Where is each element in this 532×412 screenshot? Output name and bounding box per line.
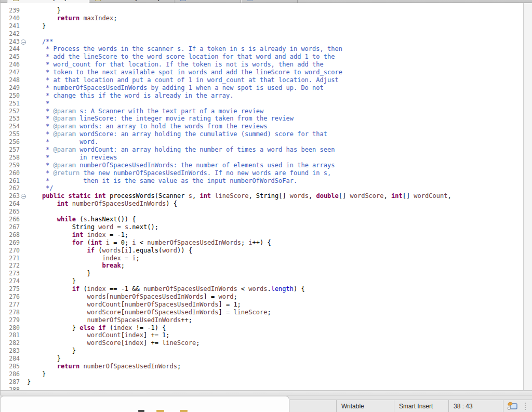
line-number: 264 xyxy=(3,200,20,208)
code-line[interactable]: 278 wordScore[numberOfSpacesUsedInWords]… xyxy=(1,309,523,316)
code-line[interactable]: 264 int numberOfSpacesUsedInWords) { xyxy=(1,200,523,208)
collapse-icon[interactable] xyxy=(21,39,26,45)
code-line[interactable]: 284 } xyxy=(1,355,523,363)
editor-presentation-icon[interactable] xyxy=(507,402,518,411)
cutoff-view-toolbar-icon[interactable] xyxy=(138,410,144,412)
code-line[interactable]: 245 * add the lineScore to the word_scor… xyxy=(1,53,523,61)
writable-label: Writable xyxy=(341,403,364,410)
close-icon[interactable]: ✕ xyxy=(80,0,84,1)
code-line[interactable]: 270 if (words[i].equals(word)) { xyxy=(1,247,523,255)
code-line[interactable]: 250 * change this if the word is already… xyxy=(1,92,523,100)
editor-tab[interactable]: JReviewAnalysisTest.java xyxy=(89,0,175,3)
bottom-view-panel[interactable] xyxy=(0,396,289,412)
tab-label: ReviewAnalysis.java xyxy=(21,0,76,1)
line-number: 287 xyxy=(3,378,20,386)
code-line[interactable]: 263 public static int processWords(Scann… xyxy=(1,192,523,200)
overview-ruler[interactable] xyxy=(523,3,532,390)
line-number: 256 xyxy=(3,138,20,146)
code-text: for (int i = 0; i < numberOfSpacesUsedIn… xyxy=(27,239,271,247)
code-line[interactable]: 286 } xyxy=(1,370,523,378)
code-line[interactable]: 268 int index = -1; xyxy=(1,231,523,239)
code-line[interactable]: 254 * @param words: an array to hold the… xyxy=(1,123,523,130)
code-line[interactable]: 244 * Process the words in the scanner s… xyxy=(1,45,523,53)
code-line[interactable]: 255 * @param wordScore: an array holding… xyxy=(1,130,523,138)
code-text: words[numberOfSpacesUsedInWords] = word; xyxy=(27,293,237,301)
status-writable: Writable xyxy=(336,400,394,412)
code-line[interactable]: 251 * xyxy=(1,100,523,108)
code-text: return maxIndex; xyxy=(27,15,117,22)
code-text: } xyxy=(27,370,46,378)
code-text: } xyxy=(27,378,31,386)
code-line[interactable]: 249 * numberOfSpacesUsedInWords by addin… xyxy=(1,84,523,92)
fold-column xyxy=(20,92,27,100)
line-number: 245 xyxy=(3,53,20,61)
code-line[interactable]: 285 return numberOfSpacesUsedInWords; xyxy=(1,363,523,370)
code-line[interactable]: 240 return maxIndex; xyxy=(1,15,523,22)
code-line[interactable]: 242 xyxy=(1,30,523,38)
line-number: 274 xyxy=(3,277,20,285)
code-lines[interactable]: 239 }240 return maxIndex;241 }242243 /**… xyxy=(1,7,523,390)
tab-label: testReview.txt xyxy=(255,0,292,1)
cutoff-view-toolbar-icon[interactable] xyxy=(180,410,188,412)
fold-column xyxy=(20,192,27,200)
collapse-icon[interactable] xyxy=(21,194,26,199)
code-line[interactable]: 256 * word. xyxy=(1,138,523,146)
code-line[interactable]: 281 wordCount[index] += 1; xyxy=(1,331,523,339)
code-line[interactable]: 272 break; xyxy=(1,262,523,270)
code-line[interactable]: 248 * at that location and put a count o… xyxy=(1,76,523,84)
code-line[interactable]: 276 words[numberOfSpacesUsedInWords] = w… xyxy=(1,293,523,301)
code-line[interactable]: 247 * token to the next available spot i… xyxy=(1,69,523,76)
code-text: numberOfSpacesUsedInWords++; xyxy=(27,316,192,324)
code-line[interactable]: 246 * word_count for that location. If t… xyxy=(1,61,523,69)
code-line[interactable]: 257 * @param wordCount: an array holding… xyxy=(1,146,523,154)
code-line[interactable]: 258 * in reviews xyxy=(1,154,523,162)
horizontal-scrollbar[interactable] xyxy=(1,390,532,395)
editor-tab[interactable]: testReview.txt xyxy=(241,0,298,3)
line-number: 269 xyxy=(3,239,20,247)
cutoff-view-toolbar-icon[interactable] xyxy=(156,410,164,412)
drag-handle-icon[interactable] xyxy=(525,403,526,410)
code-line[interactable]: 259 * @param numberOfSpacesUsedInWords: … xyxy=(1,162,523,169)
status-insert-mode[interactable]: Smart Insert xyxy=(394,400,448,412)
fold-column xyxy=(20,339,27,347)
code-line[interactable]: 277 wordCount[numberOfSpacesUsedInWords]… xyxy=(1,301,523,309)
code-text: } xyxy=(27,347,76,355)
code-line[interactable]: 275 if (index == -1 && numberOfSpacesUse… xyxy=(1,285,523,293)
code-line[interactable]: 262 */ xyxy=(1,184,523,192)
code-line[interactable]: 261 * then it is the same value as the i… xyxy=(1,177,523,185)
fold-column xyxy=(20,76,27,84)
code-line[interactable]: 287} xyxy=(1,378,523,386)
code-line[interactable]: 273 } xyxy=(1,270,523,277)
code-line[interactable]: 269 for (int i = 0; i < numberOfSpacesUs… xyxy=(1,239,523,247)
code-line[interactable]: 239 } xyxy=(1,7,523,15)
code-line[interactable]: 288 xyxy=(1,386,523,390)
code-line[interactable]: 241 } xyxy=(1,22,523,30)
line-number: 260 xyxy=(3,169,20,177)
code-line[interactable]: 280 } else if (index != -1) { xyxy=(1,324,523,332)
code-editor-area[interactable]: 239 }240 return maxIndex;241 }242243 /**… xyxy=(1,3,523,390)
code-line[interactable]: 279 numberOfSpacesUsedInWords++; xyxy=(1,316,523,324)
code-line[interactable]: 267 String word = s.next(); xyxy=(1,223,523,231)
code-line[interactable]: 252 * @param s: A Scanner with the text … xyxy=(1,108,523,115)
code-line[interactable]: 271 index = i; xyxy=(1,255,523,262)
editor-tab[interactable]: movieReviews.txt xyxy=(175,0,241,3)
code-line[interactable]: 243 /** xyxy=(1,38,523,46)
fold-column xyxy=(20,115,27,123)
code-line[interactable]: 274 } xyxy=(1,277,523,285)
line-number: 280 xyxy=(3,324,20,332)
fold-column xyxy=(20,216,27,223)
code-line[interactable]: 253 * @param lineScore: the integer movi… xyxy=(1,115,523,123)
code-line[interactable]: 283 } xyxy=(1,347,523,355)
code-line[interactable]: 260 * @return the new numberOfSpacesUsed… xyxy=(1,169,523,177)
fold-column xyxy=(20,324,27,332)
line-number: 259 xyxy=(3,162,20,169)
java-editor: JReviewAnalysis.java✕JReviewAnalysisTest… xyxy=(0,0,532,395)
status-caret-position[interactable]: 38 : 43 xyxy=(448,400,503,412)
code-line[interactable]: 282 wordScore[index] += lineScore; xyxy=(1,339,523,347)
code-line[interactable]: 265 xyxy=(1,208,523,216)
line-number: 248 xyxy=(3,76,20,84)
line-number: 284 xyxy=(3,355,20,363)
fold-column xyxy=(20,177,27,185)
line-number: 267 xyxy=(3,223,20,231)
code-line[interactable]: 266 while (s.hasNext()) { xyxy=(1,216,523,223)
